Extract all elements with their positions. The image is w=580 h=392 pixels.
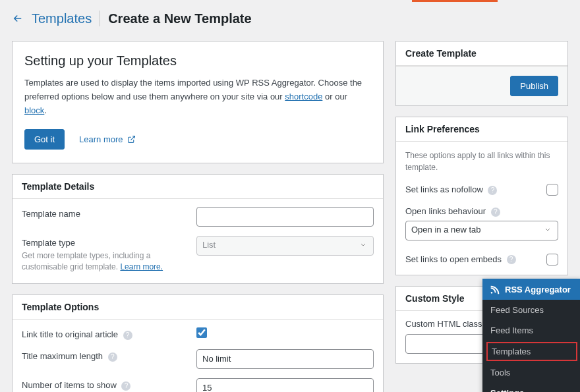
template-type-select[interactable]: List — [196, 236, 374, 256]
publish-button[interactable]: Publish — [510, 76, 558, 96]
intro-text-end: . — [44, 105, 47, 115]
open-links-behaviour-select[interactable]: Open in a new tab — [405, 221, 558, 240]
num-items-input[interactable] — [196, 378, 374, 392]
title-max-input[interactable] — [196, 349, 374, 369]
template-details-panel: Template Details Template name Template … — [12, 174, 384, 284]
create-template-header: Create Template — [396, 42, 567, 66]
breadcrumb-divider — [100, 11, 100, 26]
link-title-checkbox[interactable] — [196, 327, 207, 338]
open-embeds-label: Set links to open embeds — [405, 254, 502, 264]
admin-menu-item-feed-items[interactable]: Feed Items — [482, 320, 580, 341]
help-icon[interactable]: ? — [507, 255, 516, 264]
rss-icon — [489, 284, 500, 294]
block-link[interactable]: block — [24, 105, 44, 115]
title-max-label: Title maximum length — [22, 351, 103, 361]
open-embeds-checkbox[interactable] — [546, 254, 558, 266]
intro-title: Setting up your Templates — [24, 53, 371, 69]
admin-menu-item-tools[interactable]: Tools — [482, 362, 580, 383]
learn-more-link[interactable]: Learn more — [79, 134, 135, 144]
top-bar — [0, 0, 580, 4]
help-icon[interactable]: ? — [491, 208, 500, 217]
template-details-header: Template Details — [13, 175, 383, 199]
page-header: Templates Create a New Template — [0, 4, 580, 34]
help-icon[interactable]: ? — [488, 186, 497, 195]
template-options-header: Template Options — [13, 295, 383, 320]
learn-more-label: Learn more — [79, 134, 123, 144]
template-options-panel: Template Options Link title to original … — [12, 294, 384, 392]
num-items-label: Number of items to show — [22, 380, 117, 390]
admin-menu-title: RSS Aggregator — [505, 285, 571, 294]
shortcode-link[interactable]: shortcode — [285, 92, 322, 101]
create-template-panel: Create Template Publish — [395, 41, 568, 106]
admin-menu-item-settings[interactable]: Settings — [482, 383, 580, 392]
link-title-label: Link title to original article — [22, 329, 118, 339]
template-name-input[interactable] — [196, 207, 374, 227]
admin-menu-flyout: RSS Aggregator Feed Sources Feed Items T… — [482, 279, 580, 392]
intro-text-mid: or our — [322, 92, 347, 101]
link-preferences-header: Link Preferences — [396, 117, 567, 142]
back-arrow-icon[interactable] — [12, 13, 24, 24]
admin-menu-header[interactable]: RSS Aggregator — [482, 279, 580, 300]
template-type-learn-more-link[interactable]: Learn more. — [120, 262, 163, 271]
admin-menu-item-templates[interactable]: Templates — [486, 342, 577, 361]
breadcrumb-templates-link[interactable]: Templates — [32, 11, 92, 26]
admin-menu-item-feed-sources[interactable]: Feed Sources — [482, 300, 580, 320]
page-title: Create a New Template — [108, 11, 252, 26]
template-name-label: Template name — [22, 209, 80, 219]
template-type-label: Template type — [22, 238, 75, 248]
template-type-sub: Get more template types, including a cus… — [22, 250, 173, 273]
got-it-button[interactable]: Got it — [24, 129, 65, 150]
link-preferences-subtle: These options apply to all links within … — [396, 142, 567, 179]
intro-text: Templates are used to display the items … — [24, 76, 371, 117]
help-icon[interactable]: ? — [121, 381, 130, 391]
custom-html-class-label: Custom HTML class — [405, 319, 482, 329]
help-icon[interactable]: ? — [108, 352, 117, 362]
open-links-behaviour-label: Open links behaviour — [405, 206, 486, 216]
nofollow-label: Set links as nofollow — [405, 184, 483, 194]
external-link-icon — [127, 135, 136, 144]
intro-panel: Setting up your Templates Templates are … — [12, 41, 384, 163]
link-preferences-panel: Link Preferences These options apply to … — [395, 117, 568, 275]
svg-line-0 — [130, 136, 134, 140]
top-bar-orange-segment — [412, 0, 498, 2]
help-icon[interactable]: ? — [123, 331, 132, 340]
nofollow-checkbox[interactable] — [546, 184, 558, 196]
